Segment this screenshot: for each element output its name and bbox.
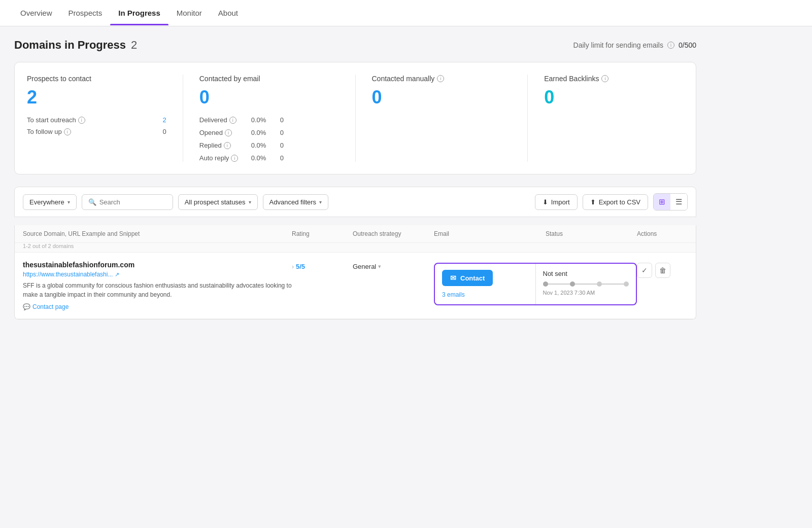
stat-label-backlinks: Earned Backlinks i xyxy=(544,75,684,83)
track-line-1 xyxy=(548,284,570,285)
location-chevron-icon: ▾ xyxy=(67,199,70,205)
advanced-filters-label: Advanced filters xyxy=(269,198,317,206)
col-source: Source Domain, URL Example and Snippet xyxy=(23,230,292,237)
status-cell: Not sent Nov 1, 2023 7:30 AM xyxy=(535,264,636,304)
advanced-filters-dropdown[interactable]: Advanced filters ▾ xyxy=(263,194,329,210)
status-progress-track xyxy=(543,281,629,287)
autoreply-info-icon[interactable]: i xyxy=(231,155,238,162)
outreach-info-icon[interactable]: i xyxy=(78,117,85,124)
col-rating: Rating xyxy=(292,230,353,237)
email-status-highlight: ✉ Contact 3 emails Not sent xyxy=(434,263,637,305)
domain-url[interactable]: https://www.thesustainablefashi... ↗ xyxy=(23,271,292,278)
export-icon: ⬆ xyxy=(590,198,596,206)
col-email: Email xyxy=(434,230,546,237)
rating-arrow-icon: › xyxy=(292,263,294,270)
rating-value: 5/5 xyxy=(296,263,305,270)
table-subheader: 1-2 out of 2 domains xyxy=(15,243,696,253)
outreach-chevron-icon: ▾ xyxy=(378,263,381,270)
stat-detail-rows-email: Delivered i 0.0% 0 Opened i 0.0% 0 xyxy=(199,116,339,162)
stat-label-prospects: Prospects to contact xyxy=(27,75,166,83)
track-dot-2 xyxy=(570,281,575,287)
tab-in-progress[interactable]: In Progress xyxy=(110,1,168,25)
contact-page-icon: 💬 xyxy=(23,303,30,310)
stat-contacted-manually: Contacted manually i 0 xyxy=(372,75,528,162)
import-button[interactable]: ⬇ Import xyxy=(535,194,578,210)
actions-cell: ✓ 🗑 xyxy=(637,261,688,278)
search-box: 🔍 xyxy=(82,194,173,210)
status-filter-label: All prospect statuses xyxy=(185,198,246,206)
manually-info-icon[interactable]: i xyxy=(437,75,444,82)
delivered-info-icon[interactable]: i xyxy=(229,117,236,124)
view-toggle: ⊞ ☰ xyxy=(653,193,688,210)
stat-label-email: Contacted by email xyxy=(199,75,339,83)
nav-bar: Overview Prospects In Progress Monitor A… xyxy=(0,0,812,26)
stat-sub-rows-prospects: To start outreach i 2 To follow up i 0 xyxy=(27,116,166,135)
list-view-button[interactable]: ☰ xyxy=(670,194,687,210)
stat-detail-opened: Opened i 0.0% 0 xyxy=(199,129,339,136)
emails-count[interactable]: 3 emails xyxy=(442,291,465,298)
status-filter-dropdown[interactable]: All prospect statuses ▾ xyxy=(178,194,258,210)
status-filter-chevron-icon: ▾ xyxy=(249,199,251,205)
stat-big-number-prospects: 2 xyxy=(27,87,166,108)
track-dot-3 xyxy=(597,281,602,287)
contact-page-link[interactable]: 💬 Contact page xyxy=(23,303,292,310)
stat-detail-delivered: Delivered i 0.0% 0 xyxy=(199,116,339,124)
daily-limit-label: Daily limit for sending emails xyxy=(573,41,663,49)
followup-info-icon[interactable]: i xyxy=(64,128,71,135)
opened-info-icon[interactable]: i xyxy=(225,129,232,136)
email-cell: ✉ Contact 3 emails xyxy=(435,264,535,304)
outreach-value: 2 xyxy=(163,116,166,124)
outreach-dropdown[interactable]: General ▾ xyxy=(353,263,434,270)
stats-card: Prospects to contact 2 To start outreach… xyxy=(14,62,696,174)
domain-name: thesustainablefashionforum.com xyxy=(23,261,292,269)
replied-info-icon[interactable]: i xyxy=(224,142,231,149)
location-label: Everywhere xyxy=(29,198,64,206)
advanced-filters-chevron-icon: ▾ xyxy=(319,199,322,205)
delete-action-button[interactable]: 🗑 xyxy=(655,263,670,278)
status-date: Nov 1, 2023 7:30 AM xyxy=(543,290,629,296)
table-container: Source Domain, URL Example and Snippet R… xyxy=(14,225,696,320)
page-header: Domains in Progress 2 Daily limit for se… xyxy=(14,39,696,52)
stat-contacted-email: Contacted by email 0 Delivered i 0.0% 0 … xyxy=(199,75,356,162)
daily-limit-info-icon[interactable]: i xyxy=(667,42,674,49)
stat-detail-autoreply: Auto reply i 0.0% 0 xyxy=(199,154,339,162)
external-link-icon: ↗ xyxy=(115,271,119,278)
stat-sub-row-outreach: To start outreach i 2 xyxy=(27,116,166,124)
contact-button[interactable]: ✉ Contact xyxy=(442,270,493,286)
stat-big-number-backlinks: 0 xyxy=(544,87,684,108)
table-row: thesustainablefashionforum.com https://w… xyxy=(15,253,696,319)
location-dropdown[interactable]: Everywhere ▾ xyxy=(23,194,77,210)
status-label: Not sent xyxy=(543,270,629,277)
tab-monitor[interactable]: Monitor xyxy=(168,1,210,25)
page-count: 2 xyxy=(131,39,137,52)
tab-overview[interactable]: Overview xyxy=(12,1,60,25)
daily-limit-section: Daily limit for sending emails i 0/500 xyxy=(573,41,696,49)
track-line-3 xyxy=(602,284,624,285)
import-icon: ⬇ xyxy=(543,198,548,206)
grid-view-button[interactable]: ⊞ xyxy=(654,194,670,210)
domain-description: SFF is a global community for conscious … xyxy=(23,281,292,299)
tab-prospects[interactable]: Prospects xyxy=(60,1,111,25)
tab-about[interactable]: About xyxy=(210,1,246,25)
track-dot-1 xyxy=(543,281,548,287)
col-outreach: Outreach strategy xyxy=(353,230,434,237)
search-icon: 🔍 xyxy=(88,198,96,206)
followup-value: 0 xyxy=(163,128,166,135)
domain-info: thesustainablefashionforum.com https://w… xyxy=(23,261,292,310)
rating-cell: › 5/5 xyxy=(292,261,353,270)
col-actions: Actions xyxy=(637,230,688,237)
table-header: Source Domain, URL Example and Snippet R… xyxy=(15,225,696,243)
export-button[interactable]: ⬆ Export to CSV xyxy=(583,194,648,210)
backlinks-info-icon[interactable]: i xyxy=(601,75,608,82)
daily-limit-value: 0/500 xyxy=(679,41,696,49)
stat-label-manually: Contacted manually i xyxy=(372,75,512,83)
track-dot-4 xyxy=(624,281,629,287)
search-input[interactable] xyxy=(99,198,166,206)
stat-detail-replied: Replied i 0.0% 0 xyxy=(199,142,339,149)
stat-big-number-manually: 0 xyxy=(372,87,512,108)
outreach-cell: General ▾ xyxy=(353,261,434,270)
toolbar: Everywhere ▾ 🔍 All prospect statuses ▾ A… xyxy=(14,187,696,217)
stat-prospects-to-contact: Prospects to contact 2 To start outreach… xyxy=(27,75,183,162)
approve-action-button[interactable]: ✓ xyxy=(637,263,652,278)
track-line-2 xyxy=(575,284,597,285)
